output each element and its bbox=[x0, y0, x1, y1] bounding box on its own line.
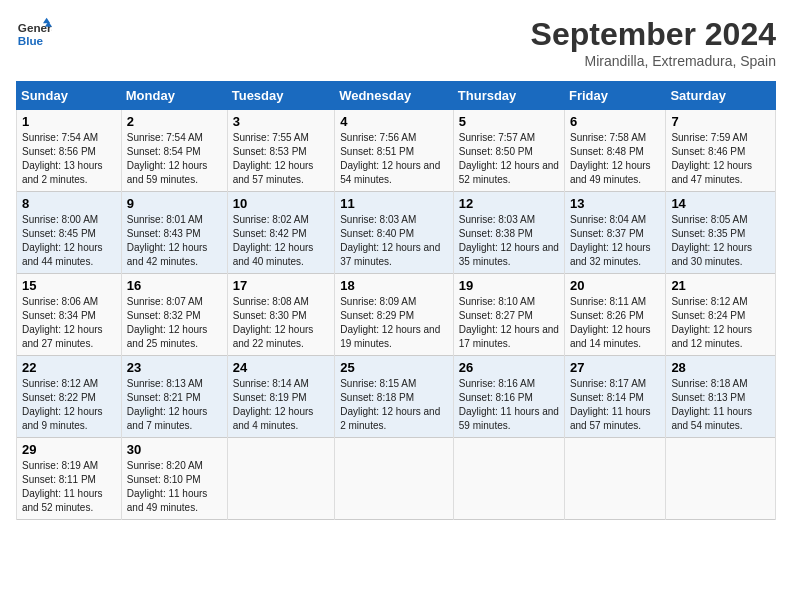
calendar-cell bbox=[564, 438, 665, 520]
calendar-cell: 12 Sunrise: 8:03 AM Sunset: 8:38 PM Dayl… bbox=[453, 192, 564, 274]
logo: General Blue bbox=[16, 16, 52, 52]
calendar-cell: 29 Sunrise: 8:19 AM Sunset: 8:11 PM Dayl… bbox=[17, 438, 122, 520]
day-info: Sunrise: 7:54 AM Sunset: 8:54 PM Dayligh… bbox=[127, 131, 222, 187]
day-number: 3 bbox=[233, 114, 329, 129]
calendar-cell bbox=[227, 438, 334, 520]
calendar-cell: 17 Sunrise: 8:08 AM Sunset: 8:30 PM Dayl… bbox=[227, 274, 334, 356]
calendar-cell: 22 Sunrise: 8:12 AM Sunset: 8:22 PM Dayl… bbox=[17, 356, 122, 438]
day-info: Sunrise: 8:15 AM Sunset: 8:18 PM Dayligh… bbox=[340, 377, 448, 433]
calendar-cell: 5 Sunrise: 7:57 AM Sunset: 8:50 PM Dayli… bbox=[453, 110, 564, 192]
calendar-cell: 3 Sunrise: 7:55 AM Sunset: 8:53 PM Dayli… bbox=[227, 110, 334, 192]
calendar-cell: 13 Sunrise: 8:04 AM Sunset: 8:37 PM Dayl… bbox=[564, 192, 665, 274]
calendar-cell bbox=[453, 438, 564, 520]
calendar-cell: 21 Sunrise: 8:12 AM Sunset: 8:24 PM Dayl… bbox=[666, 274, 776, 356]
day-info: Sunrise: 8:08 AM Sunset: 8:30 PM Dayligh… bbox=[233, 295, 329, 351]
day-info: Sunrise: 7:55 AM Sunset: 8:53 PM Dayligh… bbox=[233, 131, 329, 187]
col-header-thursday: Thursday bbox=[453, 82, 564, 110]
day-number: 7 bbox=[671, 114, 770, 129]
day-info: Sunrise: 8:04 AM Sunset: 8:37 PM Dayligh… bbox=[570, 213, 660, 269]
logo-icon: General Blue bbox=[16, 16, 52, 52]
calendar-cell: 14 Sunrise: 8:05 AM Sunset: 8:35 PM Dayl… bbox=[666, 192, 776, 274]
day-info: Sunrise: 8:10 AM Sunset: 8:27 PM Dayligh… bbox=[459, 295, 559, 351]
calendar-cell: 30 Sunrise: 8:20 AM Sunset: 8:10 PM Dayl… bbox=[121, 438, 227, 520]
calendar-cell: 19 Sunrise: 8:10 AM Sunset: 8:27 PM Dayl… bbox=[453, 274, 564, 356]
day-info: Sunrise: 8:11 AM Sunset: 8:26 PM Dayligh… bbox=[570, 295, 660, 351]
calendar-cell: 7 Sunrise: 7:59 AM Sunset: 8:46 PM Dayli… bbox=[666, 110, 776, 192]
calendar-cell: 27 Sunrise: 8:17 AM Sunset: 8:14 PM Dayl… bbox=[564, 356, 665, 438]
day-info: Sunrise: 8:18 AM Sunset: 8:13 PM Dayligh… bbox=[671, 377, 770, 433]
calendar-cell: 10 Sunrise: 8:02 AM Sunset: 8:42 PM Dayl… bbox=[227, 192, 334, 274]
day-number: 11 bbox=[340, 196, 448, 211]
day-number: 23 bbox=[127, 360, 222, 375]
day-number: 14 bbox=[671, 196, 770, 211]
day-info: Sunrise: 8:01 AM Sunset: 8:43 PM Dayligh… bbox=[127, 213, 222, 269]
calendar-cell: 15 Sunrise: 8:06 AM Sunset: 8:34 PM Dayl… bbox=[17, 274, 122, 356]
day-info: Sunrise: 8:03 AM Sunset: 8:40 PM Dayligh… bbox=[340, 213, 448, 269]
day-info: Sunrise: 8:09 AM Sunset: 8:29 PM Dayligh… bbox=[340, 295, 448, 351]
day-number: 9 bbox=[127, 196, 222, 211]
day-info: Sunrise: 8:20 AM Sunset: 8:10 PM Dayligh… bbox=[127, 459, 222, 515]
day-number: 10 bbox=[233, 196, 329, 211]
day-number: 30 bbox=[127, 442, 222, 457]
day-number: 27 bbox=[570, 360, 660, 375]
calendar-cell: 8 Sunrise: 8:00 AM Sunset: 8:45 PM Dayli… bbox=[17, 192, 122, 274]
calendar-cell: 25 Sunrise: 8:15 AM Sunset: 8:18 PM Dayl… bbox=[335, 356, 454, 438]
day-number: 29 bbox=[22, 442, 116, 457]
week-row-4: 22 Sunrise: 8:12 AM Sunset: 8:22 PM Dayl… bbox=[17, 356, 776, 438]
col-header-sunday: Sunday bbox=[17, 82, 122, 110]
calendar-cell: 4 Sunrise: 7:56 AM Sunset: 8:51 PM Dayli… bbox=[335, 110, 454, 192]
calendar-cell: 20 Sunrise: 8:11 AM Sunset: 8:26 PM Dayl… bbox=[564, 274, 665, 356]
day-number: 5 bbox=[459, 114, 559, 129]
week-row-3: 15 Sunrise: 8:06 AM Sunset: 8:34 PM Dayl… bbox=[17, 274, 776, 356]
calendar-table: SundayMondayTuesdayWednesdayThursdayFrid… bbox=[16, 81, 776, 520]
calendar-cell: 2 Sunrise: 7:54 AM Sunset: 8:54 PM Dayli… bbox=[121, 110, 227, 192]
calendar-cell: 16 Sunrise: 8:07 AM Sunset: 8:32 PM Dayl… bbox=[121, 274, 227, 356]
col-header-friday: Friday bbox=[564, 82, 665, 110]
calendar-cell: 1 Sunrise: 7:54 AM Sunset: 8:56 PM Dayli… bbox=[17, 110, 122, 192]
calendar-cell: 9 Sunrise: 8:01 AM Sunset: 8:43 PM Dayli… bbox=[121, 192, 227, 274]
day-info: Sunrise: 8:17 AM Sunset: 8:14 PM Dayligh… bbox=[570, 377, 660, 433]
day-number: 28 bbox=[671, 360, 770, 375]
day-info: Sunrise: 8:12 AM Sunset: 8:22 PM Dayligh… bbox=[22, 377, 116, 433]
day-number: 2 bbox=[127, 114, 222, 129]
day-number: 4 bbox=[340, 114, 448, 129]
col-header-wednesday: Wednesday bbox=[335, 82, 454, 110]
day-info: Sunrise: 8:00 AM Sunset: 8:45 PM Dayligh… bbox=[22, 213, 116, 269]
calendar-cell: 11 Sunrise: 8:03 AM Sunset: 8:40 PM Dayl… bbox=[335, 192, 454, 274]
day-info: Sunrise: 7:56 AM Sunset: 8:51 PM Dayligh… bbox=[340, 131, 448, 187]
day-info: Sunrise: 7:58 AM Sunset: 8:48 PM Dayligh… bbox=[570, 131, 660, 187]
day-number: 21 bbox=[671, 278, 770, 293]
day-number: 12 bbox=[459, 196, 559, 211]
calendar-cell bbox=[335, 438, 454, 520]
calendar-cell bbox=[666, 438, 776, 520]
week-row-1: 1 Sunrise: 7:54 AM Sunset: 8:56 PM Dayli… bbox=[17, 110, 776, 192]
col-header-saturday: Saturday bbox=[666, 82, 776, 110]
title-block: September 2024 Mirandilla, Extremadura, … bbox=[531, 16, 776, 69]
day-info: Sunrise: 8:14 AM Sunset: 8:19 PM Dayligh… bbox=[233, 377, 329, 433]
day-number: 24 bbox=[233, 360, 329, 375]
day-number: 6 bbox=[570, 114, 660, 129]
day-info: Sunrise: 8:13 AM Sunset: 8:21 PM Dayligh… bbox=[127, 377, 222, 433]
location-subtitle: Mirandilla, Extremadura, Spain bbox=[531, 53, 776, 69]
month-title: September 2024 bbox=[531, 16, 776, 53]
week-row-5: 29 Sunrise: 8:19 AM Sunset: 8:11 PM Dayl… bbox=[17, 438, 776, 520]
day-number: 25 bbox=[340, 360, 448, 375]
day-number: 13 bbox=[570, 196, 660, 211]
day-info: Sunrise: 8:06 AM Sunset: 8:34 PM Dayligh… bbox=[22, 295, 116, 351]
day-info: Sunrise: 7:59 AM Sunset: 8:46 PM Dayligh… bbox=[671, 131, 770, 187]
week-row-2: 8 Sunrise: 8:00 AM Sunset: 8:45 PM Dayli… bbox=[17, 192, 776, 274]
day-number: 16 bbox=[127, 278, 222, 293]
calendar-cell: 23 Sunrise: 8:13 AM Sunset: 8:21 PM Dayl… bbox=[121, 356, 227, 438]
day-number: 19 bbox=[459, 278, 559, 293]
day-info: Sunrise: 7:54 AM Sunset: 8:56 PM Dayligh… bbox=[22, 131, 116, 187]
svg-text:Blue: Blue bbox=[18, 34, 44, 47]
day-number: 1 bbox=[22, 114, 116, 129]
day-number: 20 bbox=[570, 278, 660, 293]
day-info: Sunrise: 8:16 AM Sunset: 8:16 PM Dayligh… bbox=[459, 377, 559, 433]
header-row: SundayMondayTuesdayWednesdayThursdayFrid… bbox=[17, 82, 776, 110]
day-number: 18 bbox=[340, 278, 448, 293]
day-info: Sunrise: 8:05 AM Sunset: 8:35 PM Dayligh… bbox=[671, 213, 770, 269]
calendar-cell: 18 Sunrise: 8:09 AM Sunset: 8:29 PM Dayl… bbox=[335, 274, 454, 356]
calendar-cell: 6 Sunrise: 7:58 AM Sunset: 8:48 PM Dayli… bbox=[564, 110, 665, 192]
day-number: 15 bbox=[22, 278, 116, 293]
